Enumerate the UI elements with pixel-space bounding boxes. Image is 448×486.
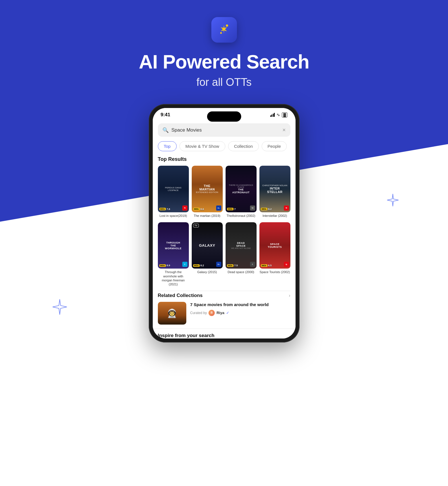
battery-icon: ▓ [282,113,287,117]
imdb-label: IMDb [193,208,200,210]
dynamic-island [207,111,241,122]
thumb-inner: 👨‍🚀 [158,302,186,325]
tab-top[interactable]: Top [158,141,177,151]
curated-label: Curated by [190,311,207,315]
rating: 8.9 [167,264,170,267]
collection-card[interactable]: 👨‍🚀 7 Space movies from around the world… [158,302,290,325]
poster-astronaut: THERE IS A DANGEROUS PLACE THEASTRONAUT … [226,166,257,212]
streaming-icon: D+ [218,263,220,265]
inspire-section: Inspire from your search [153,329,296,338]
curator-avatar: R [208,310,215,316]
streaming-icon: N [286,263,287,265]
streaming-icon: D+ [218,207,220,209]
poster-big-text: THEASTRONAUT [232,188,250,194]
status-icons: ∿ ▓ [270,112,288,117]
tab-people[interactable]: People [262,141,287,151]
tab-collection[interactable]: Collection [228,141,259,151]
search-input[interactable]: Space Movies [172,127,280,133]
poster-subtitle: WE ARE NOT ALONE [231,247,251,249]
poster-text: PERDUS DANS L'ESPACE [160,186,187,192]
poster-text: CHRISTOPHER NOLAN [262,184,287,187]
poster-big-text: SPACETOURISTS [268,243,282,248]
poster-sub-text: EXTENDED EDITION [196,191,218,194]
movie-title: Through the wormhole with morgan freeman… [158,270,189,286]
movie-card-wormhole[interactable]: ThroughtheWormhole IMDb 8.9 P Through th… [158,222,189,286]
movie-title: The martian (2019) [192,214,223,218]
movie-card-interstellar[interactable]: CHRISTOPHER NOLAN INTERSTELLAR IMDb 9.2 … [259,166,290,218]
sub-title: for all OTTs [196,76,251,88]
phone-frame: 9:41 ∿ ▓ [149,104,300,342]
clear-search-button[interactable]: × [282,127,286,133]
rating: 7.5 [234,264,238,267]
poster-big-text: INTERSTELLAR [267,187,282,194]
prime-badge: P [182,262,187,267]
rating: 6.5 [268,264,272,267]
badge-row: IMDb 9.2 [261,208,272,211]
poster-subtitle: THERE IS A DANGEROUS PLACE [227,184,255,188]
movie-title: Interstellar (2002) [259,214,290,218]
chevron-right-icon[interactable]: › [289,293,290,298]
poster-big-text: GALAXY [199,243,215,248]
imdb-label: IMDb [261,264,267,267]
signal-icon [270,113,275,117]
netflix-badge: N [284,262,289,267]
imdb-label: IMDb [159,208,166,210]
phone-inner: 9:41 ∿ ▓ [153,108,296,338]
curator-name: Riya [216,311,224,315]
wifi-icon: ∿ [276,112,280,117]
status-time: 9:41 [161,112,170,118]
search-icon: 🔍 [162,127,169,133]
badge-row: IMDb 6.5 [261,264,272,267]
tab-movie-tv[interactable]: Movie & TV Show [179,141,225,151]
verified-icon: ✓ [226,311,229,315]
top-results-title: Top Results [153,155,296,166]
movie-card-martian[interactable]: THEMARTIAN EXTENDED EDITION IMDb 8.6 D+ [192,166,223,218]
movie-title: Dead space (2000) [226,270,257,274]
movie-card-space-tourists[interactable]: SPACETOURISTS IMDb 6.5 N Space Tourists … [259,222,290,286]
rating: 7 [234,208,236,211]
collection-name: 7 Space movies from around the world [190,302,290,308]
imdb-label: IMDb [261,208,267,210]
inspire-title: Inspire from your search [158,333,290,338]
imdb-label: IMDb [193,264,200,267]
streaming-icon: N [286,207,287,209]
movie-card-astronaut[interactable]: THERE IS A DANGEROUS PLACE THEASTRONAUT … [226,166,257,218]
movie-title: TheAstronaut (2002) [226,214,257,218]
badge-row: IMDb 8.6 [193,208,204,211]
movie-title: Lost in space(2019) [158,214,189,218]
search-bar[interactable]: 🔍 Space Movies × [158,123,290,137]
netflix-badge: N [182,205,187,211]
movie-grid-row2: ThroughtheWormhole IMDb 8.9 P Through th… [153,222,296,291]
poster-martian: THEMARTIAN EXTENDED EDITION IMDb 8.6 D+ [192,166,223,212]
main-title: AI Powered Search [139,51,309,73]
badge-row: IMDb 7.8 [159,208,170,211]
movie-title: Space Tourists (2002) [259,270,290,274]
related-collections-header: Related Collections › [158,291,290,302]
collection-info: 7 Space movies from around the world Cur… [190,302,290,316]
rating: 8.6 [201,208,204,211]
poster-big-text: ThroughtheWormhole [165,241,182,250]
badge-row: IMDb 7.5 [227,264,238,267]
movie-title: Galaxy (2015) [192,270,223,274]
collection-thumbnail: 👨‍🚀 [158,302,186,325]
header-area: AI Powered Search for all OTTs [0,0,448,104]
imdb-label: IMDb [159,264,166,267]
phone-wrapper: 9:41 ∿ ▓ [0,104,448,342]
app-icon [211,17,237,43]
movie-card-lost-in-space[interactable]: PERDUS DANS L'ESPACE IMDb 7.8 N Lost in … [158,166,189,218]
appletv-badge: TV [250,205,255,211]
astronaut-image: 👨‍🚀 [167,308,177,318]
poster-space-tourists: SPACETOURISTS IMDb 6.5 N [259,222,290,269]
movie-card-galaxy[interactable]: TV GALAXY IMDb 8.2 D+ [192,222,223,286]
related-collections: Related Collections › 👨‍🚀 7 Space movies… [153,291,296,329]
related-collections-title: Related Collections [158,293,203,298]
movie-card-dead-space[interactable]: DEADSPACE WE ARE NOT ALONE IMDb 7.5 C [226,222,257,286]
svg-point-1 [220,32,222,34]
badge-row: IMDb 8.2 [193,264,204,267]
poster-galaxy: TV GALAXY IMDb 8.2 D+ [192,222,223,269]
rating: 9.2 [268,208,272,211]
search-container: 🔍 Space Movies × [153,119,296,140]
imdb-label: IMDb [227,208,234,210]
badge-row: IMDb 8.9 [159,264,170,267]
poster-lost-in-space: PERDUS DANS L'ESPACE IMDb 7.8 N [158,166,189,212]
